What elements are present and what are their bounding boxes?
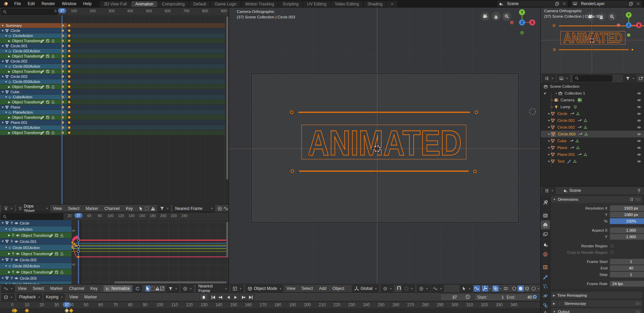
- eye-toggle[interactable]: [637, 125, 641, 130]
- render-layer-name[interactable]: RenderLayer: [578, 1, 627, 6]
- workspace-tab-motion-tracking[interactable]: Motion Tracking: [241, 1, 279, 7]
- frame-start-field[interactable]: Start:1: [474, 294, 507, 301]
- outliner-row-plane[interactable]: ▶Plane: [541, 144, 644, 151]
- properties-tab-physics[interactable]: [541, 291, 550, 300]
- channel-group[interactable]: ▶Object Transforms: [0, 54, 67, 59]
- disclosure-right-icon[interactable]: ▶: [8, 55, 10, 58]
- disclosure-right-icon[interactable]: ▶: [8, 116, 10, 119]
- disclosure-right-icon[interactable]: ▶: [548, 160, 550, 163]
- select-tool-button[interactable]: ▾: [460, 285, 473, 292]
- disclosure-down-icon[interactable]: ▼: [5, 34, 7, 37]
- eye-toggle[interactable]: [637, 146, 641, 150]
- menu-key[interactable]: Key: [87, 286, 101, 291]
- channel-group[interactable]: ▶Object Transforms: [0, 84, 67, 89]
- disclosure-right-icon[interactable]: ▶: [548, 146, 550, 149]
- camera-preview-viewport[interactable]: ANIMATED YZX Camera Orthogra: [541, 7, 644, 74]
- keyframe-selected[interactable]: [75, 245, 77, 247]
- overlays-toggle[interactable]: [492, 285, 499, 292]
- tweak-tool-button[interactable]: [145, 285, 150, 292]
- current-frame-indicator[interactable]: 37: [58, 8, 66, 13]
- menu-key[interactable]: Key: [123, 206, 136, 211]
- channel-action[interactable]: ▼◇Circle.001Action: [0, 49, 67, 53]
- menubar-item-edit[interactable]: Edit: [24, 0, 38, 7]
- normalize-auto-refresh-button[interactable]: [133, 285, 142, 292]
- editor-type-button[interactable]: ▾: [1, 205, 15, 212]
- workspace-tab-uv-editing[interactable]: UV Editing: [303, 1, 331, 7]
- disclosure-down-icon[interactable]: ▼: [5, 246, 7, 249]
- outliner-row-text[interactable]: ▶Text: [541, 158, 644, 165]
- keyframe-dot[interactable]: [68, 34, 71, 37]
- channel-action[interactable]: ▼◇CircleAction: [0, 226, 72, 232]
- origin-dot[interactable]: [308, 154, 310, 156]
- prop-field-step[interactable]: 1: [610, 271, 644, 278]
- dimensions-panel-header[interactable]: ▼ Dimensions: [551, 196, 642, 203]
- falloff-curve-button[interactable]: [223, 205, 229, 212]
- dope-sheet-body[interactable]: ▼Summary▼Circle▼◇CircleAction▶Object Tra…: [0, 15, 229, 212]
- disclosure-right-icon[interactable]: ▶: [8, 101, 10, 104]
- eye-toggle[interactable]: [637, 118, 641, 123]
- channel-action[interactable]: ▼◇Circle.001Action: [0, 245, 72, 250]
- channel-group[interactable]: ▶Object Transforms: [0, 115, 67, 120]
- disclosure-right-icon[interactable]: ▶: [548, 153, 550, 156]
- fcurve-pink-bold[interactable]: [72, 236, 228, 243]
- channel-object[interactable]: ▼Circle: [0, 28, 67, 33]
- disclosure-right-icon[interactable]: ▶: [8, 70, 10, 73]
- workspace-tab-scripting[interactable]: Scripting: [278, 1, 303, 7]
- outliner-row-collection-1[interactable]: ▼Collection 1: [541, 90, 644, 97]
- play-reverse-button[interactable]: [224, 294, 232, 300]
- disclosure-right-icon[interactable]: ▶: [548, 133, 550, 135]
- menu-channel[interactable]: Channel: [101, 206, 123, 211]
- keyframe-dot[interactable]: [68, 126, 71, 129]
- disclosure-right-icon[interactable]: ▶: [8, 85, 10, 88]
- disclosure-right-icon[interactable]: ▶: [548, 112, 550, 115]
- render-layer-duplicate-icon[interactable]: [627, 1, 634, 7]
- eye-toggle[interactable]: [637, 105, 641, 109]
- properties-tab-world[interactable]: [541, 250, 550, 259]
- filter-button[interactable]: ▾: [166, 285, 179, 292]
- disclosure-down-icon[interactable]: ▼: [5, 228, 7, 231]
- keyframe-dot[interactable]: [68, 101, 71, 104]
- prop-field-resolution-x[interactable]: 1920 px: [610, 205, 644, 211]
- disclosure-right-icon[interactable]: ▶: [8, 270, 10, 274]
- graph-channel-search[interactable]: [1, 213, 63, 220]
- channel-object[interactable]: ▼Circle: [0, 220, 72, 226]
- current-frame-field[interactable]: 37: [440, 294, 469, 301]
- outliner-row-circle[interactable]: ▶Circle: [541, 110, 644, 117]
- properties-tab-object[interactable]: [541, 263, 550, 271]
- viewport-canvas[interactable]: ANIMATED YZX: [229, 7, 541, 284]
- scene-browse-icon[interactable]: [497, 1, 504, 7]
- presets-icon[interactable]: [629, 197, 633, 201]
- channel-group[interactable]: ▶Object Transforms: [0, 38, 67, 43]
- outliner-row-circle-001[interactable]: ▶Circle.001: [541, 117, 644, 124]
- keyframe-dot[interactable]: [68, 111, 71, 114]
- eye-icon[interactable]: [14, 221, 18, 225]
- channel-object[interactable]: ▼Circle.002: [0, 59, 67, 64]
- keyframe-dot[interactable]: [68, 75, 71, 78]
- workspace-tab-animation[interactable]: Animation: [131, 1, 158, 7]
- eye-toggle[interactable]: [637, 152, 641, 157]
- properties-tab-modifiers[interactable]: [541, 272, 550, 281]
- channel-object[interactable]: ▼Cube: [0, 89, 67, 94]
- properties-tab-scene[interactable]: [541, 240, 550, 249]
- jump-end-button[interactable]: [247, 294, 254, 300]
- menubar-item-window[interactable]: Window: [58, 0, 80, 7]
- pin-icon[interactable]: [10, 276, 14, 280]
- channel-group[interactable]: ▶Object Transforms: [0, 69, 67, 74]
- keyframe-dot[interactable]: [68, 121, 71, 124]
- disclosure-down-icon[interactable]: ▼: [1, 75, 4, 78]
- channel-action[interactable]: ▼◇Plane.001Action: [0, 125, 67, 130]
- keyframe-dot[interactable]: [68, 39, 71, 43]
- playback-menu[interactable]: Playback▾: [17, 294, 42, 300]
- prop-field-y[interactable]: 1.000: [610, 234, 644, 240]
- properties-tab-render[interactable]: [541, 211, 550, 220]
- pin-icon[interactable]: [10, 240, 14, 243]
- disclosure-right-icon[interactable]: ▶: [8, 131, 10, 134]
- mode-select[interactable]: Object Mode▾: [245, 285, 283, 292]
- keyframe-dot[interactable]: [68, 65, 71, 68]
- menu-select[interactable]: Select: [30, 286, 47, 291]
- keyframe-dot[interactable]: [68, 106, 71, 109]
- display-mode-select[interactable]: ▾: [542, 75, 555, 82]
- proportional-edit-select[interactable]: ▾: [417, 285, 430, 292]
- editor-type-button[interactable]: ▾: [1, 294, 15, 300]
- properties-tab-particles[interactable]: [541, 282, 550, 291]
